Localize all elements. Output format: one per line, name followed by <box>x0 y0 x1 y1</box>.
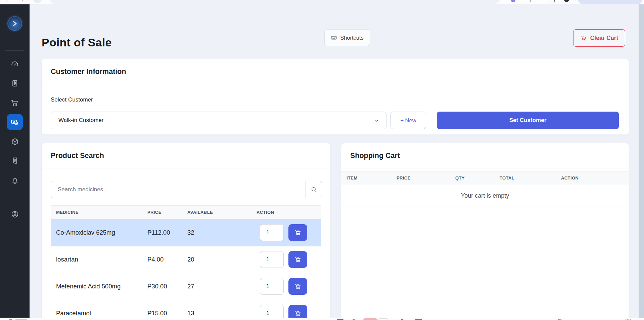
clear-cart-label: Clear Cart <box>590 35 618 42</box>
cart-column-header: QTY <box>455 175 465 181</box>
taskbar-app-icon[interactable] <box>401 319 403 320</box>
product-name: losartan <box>56 256 78 263</box>
search-button[interactable] <box>306 181 322 198</box>
address-bar[interactable]: http://localhost/pharmacy_new/pos.php <box>49 0 500 4</box>
app-logo[interactable] <box>7 16 22 31</box>
url-text[interactable]: http://localhost/pharmacy_new/pos.php <box>66 0 150 0</box>
product-card-header: Product Search <box>42 143 330 168</box>
taskbar-language[interactable]: ENG <box>556 318 562 320</box>
product-available: 32 <box>187 229 194 236</box>
screen: ← → http://localhost/pharmacy_new/pos.ph… <box>0 0 644 320</box>
shopping-cart-icon <box>10 98 19 107</box>
cart-card-header: Shopping Cart <box>341 143 629 168</box>
cart-x-icon <box>580 35 587 42</box>
sidebar-item-orders[interactable] <box>0 95 30 111</box>
logo-arrow-icon <box>11 20 18 27</box>
file-invoice-icon <box>11 79 19 87</box>
product-column-header: AVAILABLE <box>187 210 213 215</box>
search-input[interactable] <box>51 181 306 198</box>
sidebar-divider <box>5 194 24 194</box>
shortcuts-button[interactable]: Shortcuts <box>324 29 370 46</box>
cart-table-header: ITEMPRICEQTYTOTALACTION <box>341 171 629 185</box>
extension-icon[interactable] <box>511 0 515 2</box>
cart-section-title: Shopping Cart <box>350 152 400 160</box>
set-customer-button[interactable]: Set Customer <box>437 112 619 129</box>
taskbar-app-icon[interactable] <box>378 318 388 320</box>
cash-register-icon <box>10 118 19 127</box>
cart-column-header: ITEM <box>347 175 358 181</box>
cart-plus-icon <box>294 283 302 290</box>
product-column-header: MEDICINE <box>56 210 79 215</box>
cart-plus-icon <box>294 256 302 264</box>
product-table: MEDICINEPRICEAVAILABLEACTION Co-Amoxicla… <box>51 205 321 320</box>
sidebar-item-dashboard[interactable] <box>0 56 30 72</box>
product-price: ₱4.00 <box>147 256 164 263</box>
taskbar: ENG 11:4 <box>0 318 644 320</box>
product-column-header: PRICE <box>147 210 162 215</box>
sidebar <box>0 4 30 320</box>
sidebar-item-reports[interactable] <box>0 153 30 169</box>
cart-column-header: ACTION <box>561 175 579 181</box>
add-to-cart-button[interactable] <box>288 251 307 268</box>
product-name: Paracetamol <box>56 310 91 317</box>
customer-select-value: Walk-in Customer <box>58 117 103 124</box>
customer-section-title: Customer Information <box>51 68 126 76</box>
toolbar-window-icon[interactable] <box>550 0 555 2</box>
toolbar-panel-icon[interactable] <box>526 0 531 2</box>
new-customer-button[interactable]: + New <box>390 112 426 129</box>
quantity-input[interactable] <box>260 278 284 295</box>
customer-select[interactable]: Walk-in Customer <box>51 112 386 129</box>
taskbar-app-icon[interactable] <box>337 319 343 320</box>
sidebar-item-pos-active[interactable] <box>7 114 23 130</box>
quantity-input[interactable] <box>260 224 284 241</box>
taskbar-app-icon[interactable] <box>353 319 355 320</box>
product-column-header: ACTION <box>257 210 274 215</box>
clear-cart-button[interactable]: Clear Cart <box>573 29 625 47</box>
product-available: 13 <box>187 310 194 317</box>
product-name: Co-Amoxiclav 625mg <box>56 229 115 236</box>
browser-menu-pill[interactable] <box>578 0 643 4</box>
receipt-icon <box>11 157 19 165</box>
product-row: losartan ₱4.00 20 <box>51 246 321 273</box>
page-title: Point of Sale <box>42 36 112 49</box>
sidebar-item-notifications[interactable] <box>0 173 30 189</box>
shopping-cart-card: Shopping Cart ITEMPRICEQTYTOTALACTION Yo… <box>341 143 629 320</box>
search-icon <box>311 186 317 193</box>
gauge-icon <box>10 60 19 69</box>
product-name: Mefenemic Acid 500mg <box>56 283 121 290</box>
user-circle-icon <box>11 210 19 218</box>
sidebar-item-profile[interactable] <box>0 206 30 222</box>
forward-icon[interactable]: → <box>19 0 25 3</box>
sidebar-item-inventory[interactable] <box>0 133 30 150</box>
keyboard-icon <box>331 35 337 41</box>
product-row: Co-Amoxiclav 625mg ₱112.00 32 <box>51 219 321 246</box>
browser-profile-avatar[interactable] <box>564 0 569 2</box>
cart-empty-message: Your cart is empty <box>341 185 629 206</box>
select-customer-label: Select Customer <box>51 96 620 103</box>
add-to-cart-button[interactable] <box>288 224 307 241</box>
chevron-down-icon <box>374 118 379 123</box>
sidebar-item-prescriptions[interactable] <box>0 75 30 91</box>
product-price: ₱15.00 <box>147 310 167 317</box>
page-scrollbar[interactable] <box>639 4 644 318</box>
cart-plus-icon <box>294 310 302 317</box>
box-icon <box>11 137 19 146</box>
product-available: 20 <box>187 256 194 263</box>
cart-column-header: TOTAL <box>500 175 514 181</box>
back-icon[interactable]: ← <box>5 0 11 3</box>
taskbar-weather-icon[interactable] <box>9 319 12 320</box>
browser-toolbar: ← → http://localhost/pharmacy_new/pos.ph… <box>0 0 644 4</box>
product-row: Paracetamol ₱15.00 13 <box>51 300 321 320</box>
add-to-cart-button[interactable] <box>288 278 307 295</box>
customer-information-card: Customer Information Select Customer Wal… <box>41 59 629 135</box>
product-row: Mefenemic Acid 500mg ₱30.00 27 <box>51 273 321 300</box>
product-search-card: Product Search MEDICINEPRICEAVAILABLEACT… <box>41 143 331 320</box>
taskbar-clock[interactable]: 11:4 <box>625 318 631 320</box>
quantity-input[interactable] <box>260 251 284 268</box>
cart-plus-icon <box>294 229 302 237</box>
product-section-title: Product Search <box>51 152 104 160</box>
taskbar-app-icon[interactable] <box>363 318 377 320</box>
taskbar-app-icon[interactable] <box>415 319 422 320</box>
bell-icon <box>11 177 19 185</box>
toolbar-button[interactable] <box>33 0 42 3</box>
